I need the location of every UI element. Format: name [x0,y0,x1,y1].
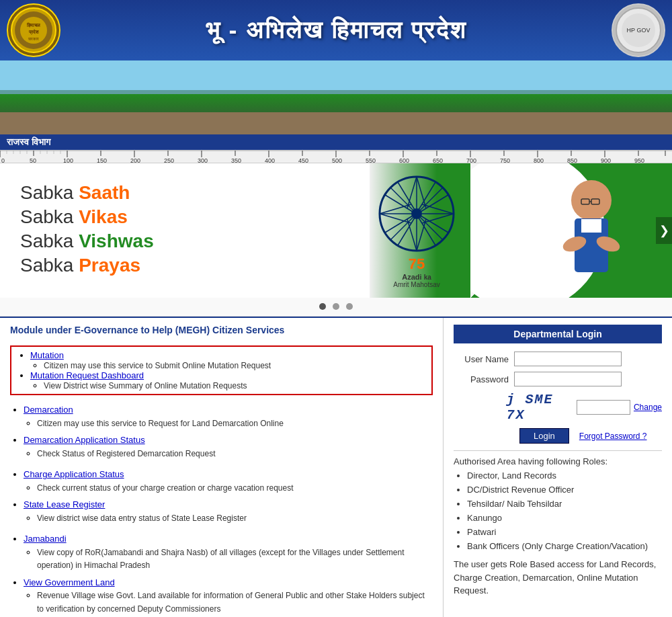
svg-text:सरकार: सरकार [28,37,39,41]
azadi-line1: Sabka Saath [20,182,343,204]
login-panel: Departmental Login User Name Password j … [444,318,672,617]
svg-text:600: 600 [399,157,409,163]
azadi-text: Sabka Saath Sabka Vikas Sabka Vishwas Sa… [0,169,363,292]
svg-text:700: 700 [466,157,476,163]
svg-line-91 [422,204,454,214]
svg-text:प्रदेश: प्रदेश [28,29,39,35]
role-item-bank: Bank Officers (Only Charge Creation/Vaca… [467,541,662,551]
role-description: The user gets Role Based access for Land… [454,558,662,598]
role-item-kanungo: Kanungo [467,513,662,523]
role-item-patwari: Patwari [467,527,662,537]
role-item-dc: DC/District Revenue Officer [467,485,662,495]
roles-list: Director, Land Records DC/District Reven… [454,470,662,551]
pm-image-area [470,163,672,298]
login-title: Departmental Login [454,325,662,343]
svg-text:HP GOV: HP GOV [627,27,650,34]
demarcation-status-link[interactable]: Demarcation Application Status [24,435,145,445]
svg-text:50: 50 [30,157,36,163]
svg-text:150: 150 [97,157,107,163]
jamabandi-link[interactable]: Jamabandi [24,534,67,544]
charge-status-desc: Check current status of your charge crea… [37,483,294,493]
charge-status-link[interactable]: Charge Application Status [24,469,124,479]
demarcation-item: Demarcation Citizen may use this service… [24,403,433,429]
demarcation-section: Demarcation Citizen may use this service… [10,403,433,460]
highlighted-services-box: Mutation Citizen may use this service to… [10,345,433,395]
azadi-banner: Sabka Saath Sabka Vikas Sabka Vishwas Sa… [0,163,672,298]
svg-rect-15 [336,94,672,134]
svg-marker-13 [151,81,171,91]
svg-text:200: 200 [130,157,140,163]
change-captcha-link[interactable]: Change [634,403,662,412]
role-item-tehsildar: Tehsildar/ Naib Tehsildar [467,499,662,509]
svg-line-87 [417,219,426,251]
svg-text:0: 0 [1,157,5,163]
state-lease-link[interactable]: State Lease Register [24,499,105,509]
demarcation-desc: Citizen may use this service to Request … [37,419,284,428]
login-btn-row: Login Forgot Password ? [454,428,662,444]
carousel-dot-1[interactable] [319,303,326,310]
mutation-service-item: Mutation Citizen may use this service to… [30,350,426,370]
login-form: User Name Password j SME 7X Change Login… [454,352,662,444]
svg-marker-10 [0,74,336,114]
services-heading: Module under E-Governance to Help (MEGH)… [10,325,433,339]
azadi-line3: Sabka Vishwas [20,231,343,252]
svg-text:750: 750 [500,157,510,163]
captcha-row: j SME 7X Change [454,392,662,423]
username-row: User Name [454,352,662,366]
banner-next-button[interactable]: ❯ [656,217,672,244]
charge-status-item: Charge Application Status Check current … [24,468,433,494]
ruler-bar: 0 50 100 150 200 250 300 350 400 450 500… [0,150,672,163]
role-item-director: Director, Land Records [467,470,662,481]
govt-land-desc: Revenue Village wise Govt. Land availabl… [37,591,425,614]
svg-line-92 [417,177,426,208]
username-input[interactable] [514,352,622,366]
mutation-link[interactable]: Mutation [30,350,64,360]
charge-section: Charge Application Status Check current … [10,468,433,524]
mutation-dashboard-desc: View District wise Summary of Online Mut… [44,381,247,390]
svg-text:400: 400 [265,157,275,163]
username-label: User Name [454,354,514,364]
auth-section: Authorised Area having following Roles: … [454,450,662,598]
svg-text:800: 800 [534,157,544,163]
svg-text:550: 550 [366,157,376,163]
svg-rect-21 [336,60,672,94]
carousel-dots [0,298,672,317]
captcha-input[interactable] [577,400,630,415]
svg-text:450: 450 [298,157,308,163]
azadi-center: 75 Azadi ka Amrit Mahotsav [363,173,470,288]
forgot-password-link[interactable]: Forgot Password ? [579,431,647,441]
services-panel: Module under E-Governance to Help (MEGH)… [0,318,444,617]
svg-rect-9 [0,60,336,134]
captcha-text: j SME 7X [507,392,571,423]
demarcation-link[interactable]: Demarcation [24,405,73,415]
password-row: Password [454,372,662,386]
svg-text:हिमाचल: हिमाचल [26,22,40,28]
carousel-dot-3[interactable] [346,303,353,310]
login-button[interactable]: Login [519,428,569,444]
svg-text:900: 900 [601,157,611,163]
azadi-line2: Sabka Vikas [20,206,343,228]
state-lease-desc: View district wise data entry status of … [37,513,247,523]
svg-line-88 [380,204,411,214]
svg-text:950: 950 [634,157,644,163]
azadi-line4: Sabka Prayas [20,255,343,276]
svg-text:650: 650 [433,157,443,163]
demarcation-status-item: Demarcation Application Status Check Sta… [24,434,433,460]
svg-marker-23 [319,71,345,94]
site-title: भू - अभिलेख हिमाचल प्रदेश [60,16,612,44]
password-input[interactable] [514,372,622,386]
svg-rect-22 [329,87,335,114]
logo-left: हिमाचल प्रदेश सरकार [7,3,60,57]
scenery-banner [0,60,672,134]
mutation-dashboard-item: Mutation Request Dashboard View District… [30,370,426,390]
dept-bar: राजस्व विभाग [0,134,672,150]
password-label: Password [454,374,514,384]
mutation-dashboard-link[interactable]: Mutation Request Dashboard [30,370,144,380]
svg-text:300: 300 [198,157,208,163]
govt-land-link[interactable]: View Government Land [24,577,115,587]
jamabandi-section: Jamabandi View copy of RoR(Jamabandi and… [10,532,433,615]
govt-land-item: View Government Land Revenue Village wis… [24,576,433,616]
svg-line-89 [422,214,454,223]
mutation-desc: Citizen may use this service to Submit O… [44,361,271,370]
carousel-dot-2[interactable] [333,303,339,310]
